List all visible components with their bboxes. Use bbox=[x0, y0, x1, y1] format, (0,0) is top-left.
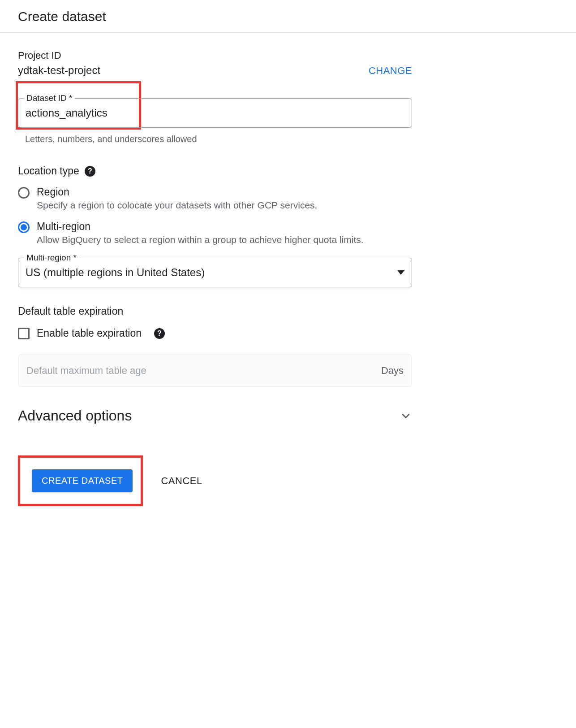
radio-icon bbox=[18, 187, 30, 199]
project-id-label: Project ID bbox=[18, 50, 100, 61]
help-icon[interactable]: ? bbox=[85, 166, 95, 177]
highlight-box-create-button: CREATE DATASET bbox=[18, 455, 143, 506]
radio-region-desc: Specify a region to colocate your datase… bbox=[37, 200, 317, 211]
advanced-options-toggle[interactable]: Advanced options bbox=[18, 407, 412, 424]
multi-region-select[interactable]: Multi-region * US (multiple regions in U… bbox=[18, 258, 412, 287]
project-id-value: ydtak-test-project bbox=[18, 64, 100, 77]
enable-expiration-label: Enable table expiration bbox=[37, 327, 142, 339]
dataset-id-helper: Letters, numbers, and underscores allowe… bbox=[25, 134, 412, 144]
radio-multiregion-desc: Allow BigQuery to select a region within… bbox=[37, 234, 364, 245]
dropdown-caret-icon bbox=[397, 270, 404, 275]
dataset-id-field[interactable]: Dataset ID * bbox=[18, 98, 412, 128]
change-project-button[interactable]: CHANGE bbox=[369, 65, 412, 77]
radio-multiregion-label: Multi-region bbox=[37, 221, 364, 233]
max-table-age-field: Default maximum table age Days bbox=[18, 355, 412, 387]
max-table-age-suffix: Days bbox=[381, 365, 404, 377]
radio-region-label: Region bbox=[37, 186, 317, 198]
radio-region[interactable]: Region Specify a region to colocate your… bbox=[18, 186, 412, 211]
page-title: Create dataset bbox=[0, 0, 576, 32]
cancel-button[interactable]: CANCEL bbox=[161, 475, 202, 487]
multi-region-select-label: Multi-region * bbox=[24, 253, 79, 263]
advanced-options-heading: Advanced options bbox=[18, 407, 132, 424]
chevron-down-icon bbox=[400, 410, 412, 422]
dataset-id-input[interactable] bbox=[26, 107, 404, 119]
dataset-id-label: Dataset ID * bbox=[24, 93, 75, 103]
expiration-heading: Default table expiration bbox=[18, 305, 123, 317]
create-dataset-button[interactable]: CREATE DATASET bbox=[32, 469, 133, 492]
location-type-heading: Location type bbox=[18, 165, 79, 177]
radio-multi-region[interactable]: Multi-region Allow BigQuery to select a … bbox=[18, 221, 412, 245]
multi-region-select-value: US (multiple regions in United States) bbox=[26, 266, 397, 279]
max-table-age-placeholder: Default maximum table age bbox=[26, 365, 381, 377]
help-icon[interactable]: ? bbox=[154, 328, 165, 339]
radio-icon-selected bbox=[18, 221, 30, 233]
enable-expiration-checkbox[interactable] bbox=[18, 328, 30, 339]
